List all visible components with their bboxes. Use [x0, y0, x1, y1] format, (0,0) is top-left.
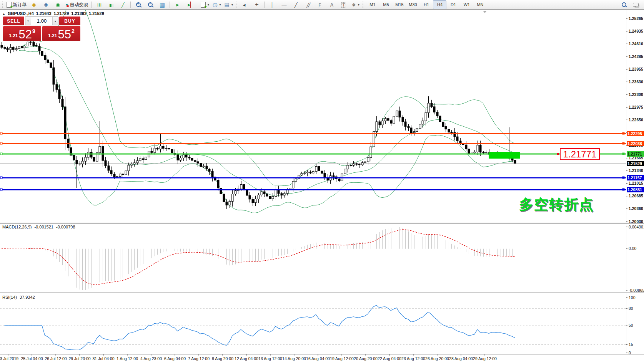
turning-point-annotation[interactable]: 多空转折点	[519, 195, 594, 214]
templates-button[interactable]	[223, 0, 235, 9]
search-button[interactable]	[618, 0, 630, 9]
new-chart-button[interactable]	[199, 0, 211, 9]
chart-profile-button[interactable]	[28, 0, 40, 9]
new-order-label: 新订单	[13, 2, 27, 8]
text-label-button[interactable]	[338, 0, 349, 9]
svg-text:1.22038: 1.22038	[627, 141, 642, 146]
timeframe-h1[interactable]: H1	[419, 0, 433, 9]
search-icon	[622, 2, 626, 7]
hline-anchor[interactable]	[622, 189, 624, 190]
shapes-button[interactable]	[349, 0, 361, 9]
buy-button[interactable]: BUY	[59, 17, 80, 25]
svg-text:1.21771: 1.21771	[627, 152, 642, 156]
timeframe-bar: M1M5M15M30H1H4D1W1MN	[366, 0, 487, 9]
text-icon	[330, 2, 333, 7]
collapse-triangle-icon[interactable]	[2, 11, 5, 16]
crosshair-icon	[255, 2, 258, 8]
fibonacci-icon	[318, 2, 322, 7]
line-chart-button[interactable]	[117, 0, 129, 9]
zoom-in-icon	[136, 2, 141, 7]
hline-anchor[interactable]	[622, 132, 624, 134]
highlight-rectangle[interactable]	[489, 152, 520, 159]
hline-anchor[interactable]	[0, 189, 2, 190]
sell-price-big: 52	[19, 30, 32, 40]
horizontal-line-icon	[281, 2, 286, 7]
tile-windows-icon	[160, 2, 165, 8]
hline-anchor[interactable]	[0, 132, 2, 134]
sell-button[interactable]: SELL	[3, 17, 24, 25]
new-order-button[interactable]: 新订单	[5, 0, 28, 9]
autotrade-button[interactable]: 自动交易	[64, 0, 90, 9]
buy-price-display[interactable]: 1.21 55 2	[42, 26, 80, 41]
channel-button[interactable]	[302, 0, 314, 9]
svg-text:1.20851: 1.20851	[627, 187, 642, 192]
volume-decrease-button[interactable]	[25, 17, 31, 25]
hline-anchor[interactable]	[0, 142, 2, 144]
timeframe-m15[interactable]: M15	[393, 0, 406, 9]
hline-anchor[interactable]	[0, 177, 2, 179]
separator	[264, 2, 265, 8]
chart-shift-button[interactable]	[183, 0, 195, 9]
vertical-line-button[interactable]	[266, 0, 278, 9]
separator	[170, 2, 170, 8]
svg-text:0.004301: 0.004301	[629, 225, 644, 229]
cursor-button[interactable]	[239, 0, 251, 9]
svg-text:4 Aug 23:00: 4 Aug 23:00	[140, 356, 162, 361]
timeframe-d1[interactable]: D1	[446, 0, 460, 9]
symbol-info-line: GBPUSD-,H4 1.21643 1.21729 1.21383 1.215…	[2, 11, 104, 16]
svg-text:20 Aug 20:00: 20 Aug 20:00	[354, 356, 378, 361]
timeframe-h4[interactable]: H4	[433, 0, 446, 9]
trendline-button[interactable]	[290, 0, 302, 9]
line-chart-icon	[121, 2, 124, 7]
volume-increase-button[interactable]	[52, 17, 58, 25]
svg-text:-0.008651: -0.008651	[629, 288, 644, 293]
zoom-out-button[interactable]	[144, 0, 156, 9]
svg-text:12 Aug 04:00: 12 Aug 04:00	[235, 356, 258, 361]
hline-anchor[interactable]	[622, 142, 624, 144]
hline-anchor[interactable]	[622, 177, 624, 179]
periods-button[interactable]	[211, 0, 223, 9]
candle-chart-button[interactable]	[105, 0, 117, 9]
svg-text:1.24285: 1.24285	[629, 54, 643, 59]
volume-input[interactable]: 1.00	[31, 17, 52, 25]
timeframe-m5[interactable]: M5	[379, 0, 393, 9]
tile-windows-button[interactable]	[156, 0, 168, 9]
timeframe-m30[interactable]: M30	[406, 0, 419, 9]
crosshair-button[interactable]	[251, 0, 263, 9]
data-window-button[interactable]	[52, 0, 64, 9]
svg-text:1.20030: 1.20030	[629, 219, 643, 224]
zoom-in-button[interactable]	[132, 0, 144, 9]
svg-text:100: 100	[629, 295, 636, 300]
timeframe-w1[interactable]: W1	[460, 0, 473, 9]
chart-canvas[interactable]: 1.252651.249351.246101.242851.239551.236…	[0, 0, 644, 364]
svg-text:29 Aug 12:00: 29 Aug 12:00	[473, 356, 497, 361]
clock-icon	[213, 2, 217, 7]
chat-button[interactable]	[630, 0, 642, 9]
svg-text:23 Jul 2019: 23 Jul 2019	[0, 356, 18, 361]
text-button[interactable]	[326, 0, 338, 9]
ohlc-high: 1.21729	[54, 11, 69, 16]
buy-price-big: 55	[58, 30, 71, 40]
hline-anchor[interactable]	[0, 153, 2, 155]
fibonacci-button[interactable]	[314, 0, 326, 9]
buy-price-sup: 2	[72, 28, 75, 34]
rsi-indicator-label: RSI(14) 37.9342	[2, 295, 35, 299]
bar-chart-button[interactable]	[93, 0, 105, 9]
horizontal-line-button[interactable]	[278, 0, 290, 9]
timeframe-m1[interactable]: M1	[366, 0, 379, 9]
market-watch-button[interactable]	[40, 0, 52, 9]
svg-text:0: 0	[629, 351, 631, 355]
sell-price-display[interactable]: 1.21 52 9	[3, 26, 41, 41]
price-callout-box[interactable]: 1.21771	[560, 148, 600, 160]
text-label-icon	[341, 2, 346, 7]
svg-text:22 Aug 04:00: 22 Aug 04:00	[378, 356, 401, 361]
auto-scroll-button[interactable]	[171, 0, 183, 9]
timeframe-mn[interactable]: MN	[473, 0, 487, 9]
toolbar-grip	[236, 2, 238, 8]
hline-anchor[interactable]	[622, 153, 624, 155]
svg-text:16 Aug 04:00: 16 Aug 04:00	[306, 356, 330, 361]
svg-text:80: 80	[629, 306, 633, 311]
rsi-name: RSI(14)	[2, 295, 17, 299]
sell-price-prefix: 1.21	[9, 33, 18, 40]
svg-text:14 Aug 20:00: 14 Aug 20:00	[282, 356, 306, 361]
